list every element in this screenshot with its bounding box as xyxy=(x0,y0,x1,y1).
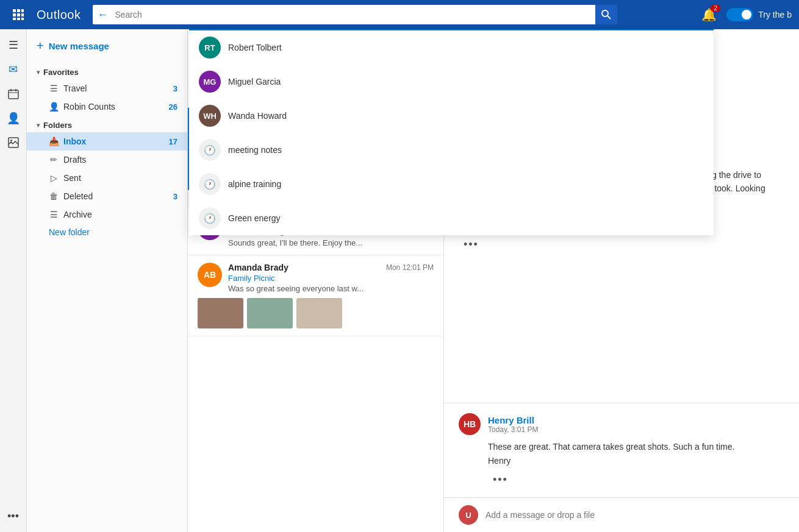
archive-label: Archive xyxy=(63,210,177,219)
calendar-icon[interactable] xyxy=(2,83,24,105)
thread-body-2: Henry xyxy=(488,454,784,467)
svg-rect-4 xyxy=(17,13,20,16)
favorites-chevron: ▾ xyxy=(37,69,40,76)
suggestion-meeting-notes[interactable]: 🕐 meeting notes xyxy=(189,133,714,167)
svg-point-16 xyxy=(10,140,12,141)
archive-icon: ☰ xyxy=(49,210,59,219)
suggestion-wanda-howard[interactable]: WH Wanda Howard xyxy=(189,99,714,133)
amanda-thumb-3 xyxy=(296,298,342,328)
svg-rect-2 xyxy=(21,9,24,12)
svg-rect-11 xyxy=(9,90,18,99)
svg-rect-6 xyxy=(13,18,16,20)
back-icon[interactable]: ← xyxy=(93,5,112,24)
contacts-icon[interactable]: 👤 xyxy=(2,107,24,129)
sidebar-item-archive[interactable]: ☰ Archive xyxy=(27,205,187,224)
app-title: Outlook xyxy=(37,8,81,22)
hamburger-icon[interactable]: ☰ xyxy=(2,34,24,56)
avatar-miguel: MG xyxy=(199,71,221,93)
clock-icon-1: 🕐 xyxy=(199,173,221,195)
suggestion-alpine-training[interactable]: 🕐 alpine training xyxy=(189,167,714,201)
search-submit-button[interactable] xyxy=(595,5,617,24)
thread-sender-row: HB Henry Brill Today, 3:01 PM xyxy=(459,413,784,435)
suggestion-name-1: Miguel Garcia xyxy=(228,77,281,87)
travel-label: Travel xyxy=(63,83,168,93)
message-body-amanda: Amanda Brady Mon 12:01 PM Family Picnic … xyxy=(228,263,434,293)
suggestion-name-3: meeting notes xyxy=(228,145,282,155)
drafts-icon: ✏ xyxy=(49,155,59,165)
svg-point-9 xyxy=(602,10,608,16)
suggestion-green-energy[interactable]: 🕐 Green energy xyxy=(189,201,714,235)
search-input[interactable] xyxy=(93,5,617,24)
email-more-actions-button[interactable]: ••• xyxy=(459,237,484,252)
thread-sender-info: Henry Brill Today, 3:01 PM xyxy=(488,415,784,434)
thread-sender-name: Henry Brill xyxy=(488,415,784,425)
folders-label: Folders xyxy=(43,121,72,130)
sidebar-item-deleted[interactable]: 🗑 Deleted 3 xyxy=(27,187,187,205)
svg-rect-7 xyxy=(17,18,20,20)
sidebar-icon-strip: ☰ ✉ 👤 ••• xyxy=(0,29,27,532)
try-beta-section: Try the b xyxy=(726,8,792,21)
amanda-thumb-2 xyxy=(247,298,293,328)
reply-bar: U xyxy=(444,497,799,532)
avatar-amanda: AB xyxy=(198,263,222,287)
new-message-button[interactable]: + New message xyxy=(27,29,187,63)
favorites-header[interactable]: ▾ Favorites xyxy=(27,63,187,79)
robin-contact-icon: 👤 xyxy=(49,102,59,112)
waffle-menu-icon[interactable] xyxy=(7,4,29,26)
sidebar-item-sent[interactable]: ▷ Sent xyxy=(27,169,187,187)
preview-amanda: Was so great seeing everyone last w... xyxy=(228,284,434,293)
message-item-amanda[interactable]: AB Amanda Brady Mon 12:01 PM Family Picn… xyxy=(188,255,443,336)
more-icon[interactable]: ••• xyxy=(2,505,24,527)
deleted-icon: 🗑 xyxy=(49,191,59,201)
notification-button[interactable]: 🔔 2 xyxy=(701,7,717,22)
thread-sender-time: Today, 3:01 PM xyxy=(488,425,784,434)
top-bar: Outlook ← 🔔 2 Try the b xyxy=(0,0,799,29)
svg-rect-8 xyxy=(21,18,24,20)
suggestion-name-0: Robert Tolbert xyxy=(228,43,282,52)
sender-amanda: Amanda Brady xyxy=(228,263,288,272)
time-amanda: Mon 12:01 PM xyxy=(386,263,434,272)
svg-rect-1 xyxy=(17,9,20,12)
suggestion-name-2: Wanda Howard xyxy=(228,111,287,121)
suggestion-name-4: alpine training xyxy=(228,179,281,189)
sidebar-item-robin[interactable]: 👤 Robin Counts 26 xyxy=(27,98,187,116)
sidebar-item-inbox[interactable]: 📥 Inbox 17 xyxy=(27,132,187,151)
mail-icon[interactable]: ✉ xyxy=(2,59,24,80)
folders-chevron: ▾ xyxy=(37,122,40,129)
thread-avatar-henry: HB xyxy=(459,413,481,435)
amanda-attachments xyxy=(198,298,434,328)
suggestion-name-5: Green energy xyxy=(228,213,281,223)
subject-amanda: Family Picnic xyxy=(228,274,434,283)
photos-icon[interactable] xyxy=(2,132,24,154)
clock-icon-0: 🕐 xyxy=(199,139,221,161)
deleted-count: 3 xyxy=(173,192,177,201)
folders-header[interactable]: ▾ Folders xyxy=(27,116,187,132)
new-message-label: New message xyxy=(49,41,109,51)
avatar-robert: RT xyxy=(199,37,221,59)
sidebar-item-drafts[interactable]: ✏ Drafts xyxy=(27,151,187,169)
beta-toggle[interactable] xyxy=(726,8,753,21)
clock-icon-2: 🕐 xyxy=(199,207,221,229)
travel-count: 3 xyxy=(173,84,177,93)
thread-item-henry: HB Henry Brill Today, 3:01 PM These are … xyxy=(444,403,799,497)
svg-rect-5 xyxy=(21,13,24,16)
svg-rect-3 xyxy=(13,13,16,16)
left-nav-panel: + New message ▾ Favorites ☰ Travel 3 👤 R… xyxy=(27,29,188,532)
try-beta-label: Try the b xyxy=(758,10,792,20)
reply-avatar: U xyxy=(459,505,478,525)
sent-icon: ▷ xyxy=(49,173,59,183)
search-wrapper: ← xyxy=(93,5,617,24)
thread-body: These are great. That camera takes great… xyxy=(488,440,784,467)
inbox-count: 17 xyxy=(169,137,177,146)
suggestion-robert-tolbert[interactable]: RT Robert Tolbert xyxy=(189,30,714,65)
thread-body-1: These are great. That camera takes great… xyxy=(488,440,784,453)
deleted-label: Deleted xyxy=(63,191,168,201)
notification-badge: 2 xyxy=(711,5,720,12)
reply-input[interactable] xyxy=(485,510,784,520)
drafts-label: Drafts xyxy=(63,155,177,165)
thread-more-actions-button[interactable]: ••• xyxy=(488,472,513,488)
new-folder-link[interactable]: New folder xyxy=(27,224,187,241)
robin-label: Robin Counts xyxy=(63,102,164,112)
sidebar-item-travel[interactable]: ☰ Travel 3 xyxy=(27,79,187,98)
suggestion-miguel-garcia[interactable]: MG Miguel Garcia xyxy=(189,65,714,99)
